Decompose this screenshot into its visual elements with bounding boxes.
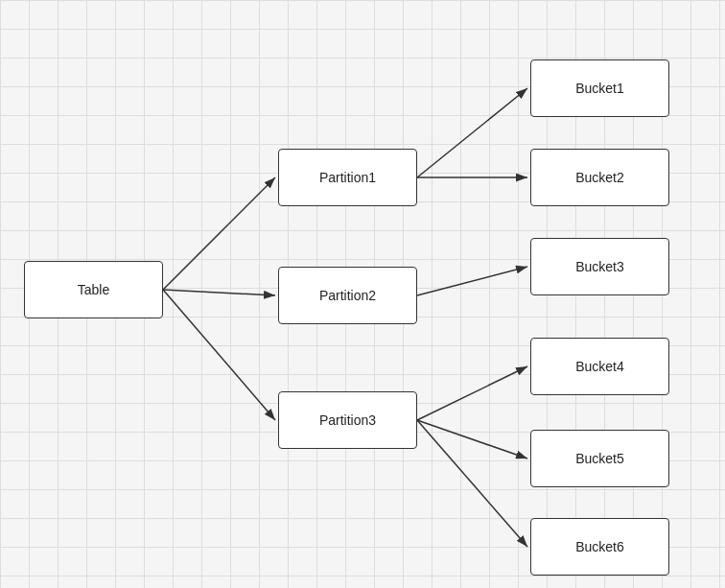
bucket2-node: Bucket2: [530, 149, 669, 206]
bucket5-label: Bucket5: [575, 451, 624, 466]
partition3-node: Partition3: [278, 391, 417, 449]
svg-line-3: [163, 290, 275, 420]
svg-line-7: [417, 366, 527, 420]
table-node: Table: [24, 261, 163, 318]
diagram-canvas: Table Partition1 Partition2 Partition3 B…: [0, 0, 725, 588]
partition2-label: Partition2: [319, 288, 376, 303]
svg-line-8: [417, 420, 527, 459]
bucket2-label: Bucket2: [575, 170, 624, 185]
bucket3-node: Bucket3: [530, 238, 669, 295]
partition2-node: Partition2: [278, 267, 417, 324]
bucket3-label: Bucket3: [575, 259, 624, 274]
bucket6-node: Bucket6: [530, 518, 669, 576]
partition3-label: Partition3: [319, 412, 376, 428]
bucket5-node: Bucket5: [530, 430, 669, 487]
svg-line-9: [417, 420, 527, 547]
svg-line-2: [163, 290, 275, 295]
bucket6-label: Bucket6: [575, 539, 624, 554]
partition1-node: Partition1: [278, 149, 417, 206]
bucket4-node: Bucket4: [530, 338, 669, 395]
partition1-label: Partition1: [319, 170, 376, 185]
svg-line-4: [417, 88, 527, 177]
svg-line-1: [163, 177, 275, 290]
svg-line-6: [417, 267, 527, 295]
bucket1-node: Bucket1: [530, 59, 669, 117]
bucket1-label: Bucket1: [575, 81, 624, 96]
bucket4-label: Bucket4: [575, 359, 624, 374]
table-label: Table: [78, 282, 109, 297]
